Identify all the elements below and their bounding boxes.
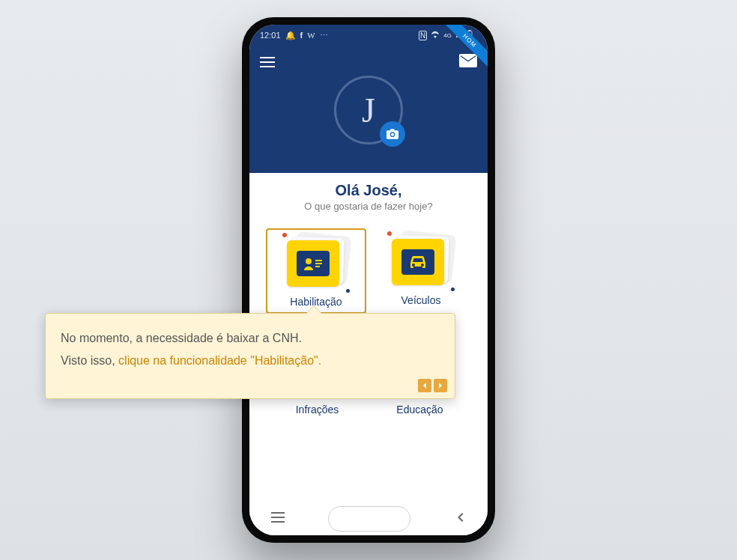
signal-4g-label: 4G [443,32,452,39]
tile-educacao-label[interactable]: Educação [368,404,471,416]
decorative-dot [451,287,455,291]
facebook-icon: f [300,31,303,40]
status-left: 12:01 🔔 f W ⋯ [260,31,328,40]
svg-rect-8 [271,517,285,518]
svg-rect-4 [315,260,322,261]
tile-veiculos[interactable]: Veículos [371,228,471,314]
tooltip-line2: Visto isso, clique na funcionalidade "Ha… [61,350,440,372]
status-bar: 12:01 🔔 f W ⋯ N 4G [249,25,488,46]
battery-icon [467,30,473,40]
tooltip-line2-prefix: Visto isso, [61,354,118,367]
svg-point-3 [306,258,312,264]
android-navbar [249,502,488,535]
wikipedia-icon: W [307,31,315,40]
signal-icon [455,31,463,40]
app-header: J [249,46,488,173]
decorative-dot [346,289,350,293]
status-right: N 4G [419,30,473,40]
greeting-title: Olá José, [249,182,488,199]
avatar-initial: J [362,91,375,130]
svg-rect-6 [315,266,320,267]
greeting-subtitle: O que gostaria de fazer hoje? [249,201,488,212]
svg-rect-5 [315,263,322,264]
tile-habilitacao-art [284,234,348,291]
mail-button[interactable] [459,54,477,70]
screen: 12:01 🔔 f W ⋯ N 4G [249,25,488,535]
avatar[interactable]: J [334,76,403,144]
tooltip-next-button[interactable] [434,379,447,392]
tile-veiculos-label: Veículos [401,294,441,306]
camera-badge[interactable] [380,121,405,147]
car-icon [401,249,434,275]
more-dots-icon: ⋯ [320,31,328,40]
decorative-dot [282,233,287,237]
tooltip-line1: No momento, a necessidade é baixar a CNH… [61,327,440,350]
tooltip-line2-accent: clique na funcionalidade "Habilitação". [118,354,321,367]
svg-rect-2 [468,34,471,37]
decorative-dot [387,231,392,236]
tile-veiculos-art [389,233,453,290]
phone-frame: 12:01 🔔 f W ⋯ N 4G [242,17,495,543]
recent-apps-button[interactable] [271,512,285,526]
id-card-icon [297,251,330,276]
menu-button[interactable] [260,54,275,70]
back-button[interactable] [454,511,466,526]
nfc-icon: N [419,31,427,40]
tooltip-prev-button[interactable] [418,379,431,392]
tile-infracoes-label[interactable]: Infrações [266,404,368,416]
svg-rect-9 [271,521,285,523]
bell-icon: 🔔 [285,31,296,40]
wifi-icon [431,31,440,40]
tutorial-tooltip: No momento, a necessidade é baixar a CNH… [45,313,455,399]
status-clock: 12:01 [260,31,281,40]
tile-habilitacao[interactable]: Habilitação [266,228,366,314]
svg-rect-7 [271,512,285,514]
home-button[interactable] [328,506,410,532]
